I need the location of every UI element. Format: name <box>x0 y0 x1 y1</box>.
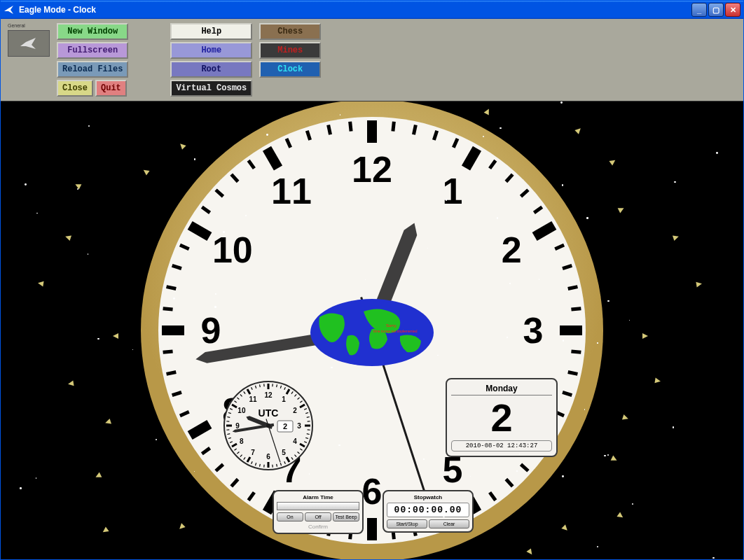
stopwatch-title: Stopwatch <box>387 494 469 500</box>
svg-text:11: 11 <box>249 396 257 403</box>
root-button[interactable]: Root <box>170 61 252 78</box>
svg-rect-47 <box>162 326 184 335</box>
utc-label: UTC <box>259 407 279 419</box>
help-button[interactable]: Help <box>170 23 252 40</box>
virtual-cosmos-button[interactable]: Virtual Cosmos <box>170 80 252 97</box>
svg-text:1: 1 <box>443 171 463 211</box>
toolbar-group-apps: Chess Mines Clock <box>259 23 321 78</box>
close-button[interactable]: Close <box>57 80 93 97</box>
mines-button[interactable]: Mines <box>259 42 321 59</box>
date-panel: Monday 2 2010-08-02 12:43:27 <box>446 378 558 457</box>
svg-text:12: 12 <box>352 149 392 190</box>
window-frame: Eagle Mode - Clock _ ▢ ✕ General New Win… <box>0 0 744 560</box>
stopwatch-startstop-button[interactable]: Start/Stop <box>387 519 427 528</box>
chess-button[interactable]: Chess <box>259 23 321 40</box>
svg-rect-2 <box>367 120 377 143</box>
world-map: Sorry, time zones not implemented <box>309 298 435 368</box>
svg-rect-83 <box>268 384 270 389</box>
svg-point-159 <box>266 424 270 428</box>
alarm-off-button[interactable]: Off <box>305 512 331 522</box>
svg-text:10: 10 <box>237 407 246 414</box>
alarm-confirm-button[interactable]: Confirm <box>277 524 359 530</box>
alarm-panel: Alarm Time On Off Test Beep Confirm <box>273 490 364 534</box>
stopwatch-clear-button[interactable]: Clear <box>429 519 469 528</box>
svg-text:Sorry,: Sorry, <box>386 323 397 328</box>
svg-text:4: 4 <box>293 438 297 445</box>
new-window-button[interactable]: New Window <box>57 23 128 40</box>
svg-text:9: 9 <box>235 422 240 430</box>
svg-text:9: 9 <box>201 310 221 351</box>
toolbar-group-window: New Window Fullscreen Reload Files Close… <box>57 23 128 97</box>
svg-text:6: 6 <box>266 453 270 461</box>
date-dayname: Monday <box>451 384 552 396</box>
toolbar-group-nav: Help Home Root Virtual Cosmos <box>170 23 252 97</box>
svg-text:2: 2 <box>293 407 297 414</box>
toolbar-preview-thumbnail <box>8 30 50 57</box>
home-button[interactable]: Home <box>170 42 252 59</box>
svg-rect-17 <box>560 326 582 335</box>
svg-rect-128 <box>226 425 232 427</box>
window-title: Eagle Mode - Clock <box>19 5 691 15</box>
app-icon <box>4 4 15 15</box>
toolbar-preview-group: General <box>8 23 50 57</box>
titlebar[interactable]: Eagle Mode - Clock _ ▢ ✕ <box>1 1 743 19</box>
svg-text:3: 3 <box>297 422 301 430</box>
svg-text:time zones not implemented: time zones not implemented <box>373 329 418 333</box>
quit-button[interactable]: Quit <box>95 80 127 97</box>
svg-text:2: 2 <box>502 230 522 270</box>
svg-rect-98 <box>305 425 310 427</box>
stopwatch-display: 00:00:00.00 <box>387 503 469 517</box>
clock-button[interactable]: Clock <box>259 61 321 78</box>
clock-stage[interactable]: 121234567891011 Sorry, time zones not im… <box>1 102 743 559</box>
close-window-button[interactable]: ✕ <box>725 3 740 17</box>
maximize-button[interactable]: ▢ <box>708 3 724 17</box>
utc-date-day: 2 <box>283 422 287 430</box>
utc-subdial: 121234567891011 UTC 2 <box>223 380 314 471</box>
svg-text:10: 10 <box>212 230 253 270</box>
fullscreen-button[interactable]: Fullscreen <box>57 42 128 59</box>
alarm-time-scale[interactable] <box>277 502 359 510</box>
stopwatch-panel: Stopwatch 00:00:00.00 Start/Stop Clear <box>383 490 474 533</box>
svg-text:8: 8 <box>240 438 244 445</box>
svg-rect-113 <box>268 462 270 468</box>
reload-files-button[interactable]: Reload Files <box>57 61 128 78</box>
svg-text:7: 7 <box>251 449 255 456</box>
minimize-button[interactable]: _ <box>691 3 707 17</box>
svg-text:12: 12 <box>264 391 273 399</box>
window-controls: _ ▢ ✕ <box>691 3 740 17</box>
svg-rect-32 <box>367 518 377 540</box>
svg-text:11: 11 <box>271 171 312 211</box>
alarm-on-button[interactable]: On <box>277 512 303 522</box>
svg-text:1: 1 <box>282 396 286 403</box>
toolbar: General New Window Fullscreen Reload Fil… <box>1 19 743 102</box>
svg-text:3: 3 <box>523 310 544 351</box>
date-day: 2 <box>451 398 552 438</box>
svg-text:6: 6 <box>362 471 383 512</box>
date-full: 2010-08-02 12:43:27 <box>451 440 552 451</box>
alarm-title: Alarm Time <box>277 494 359 500</box>
alarm-test-beep-button[interactable]: Test Beep <box>333 512 359 522</box>
svg-text:5: 5 <box>282 449 286 456</box>
